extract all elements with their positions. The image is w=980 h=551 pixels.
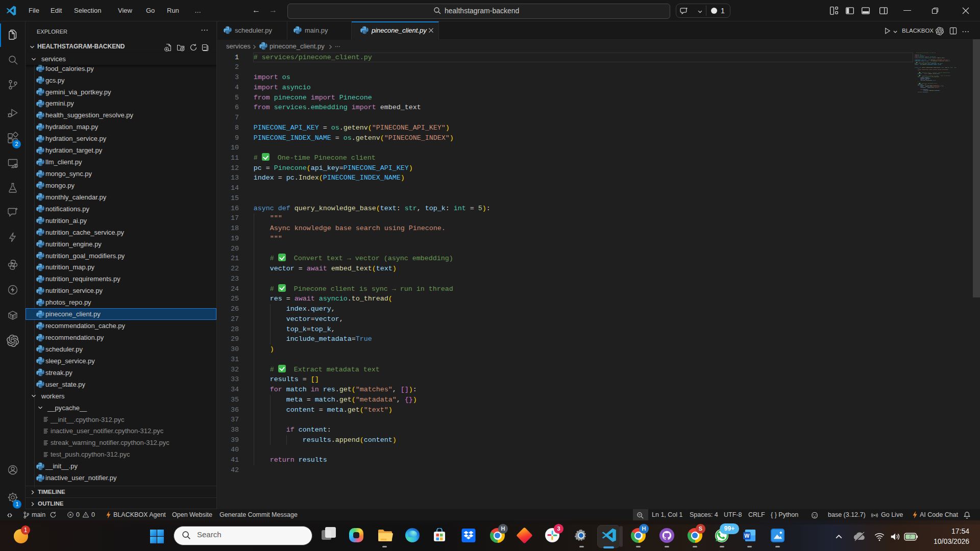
svg-text:W: W <box>744 533 749 539</box>
